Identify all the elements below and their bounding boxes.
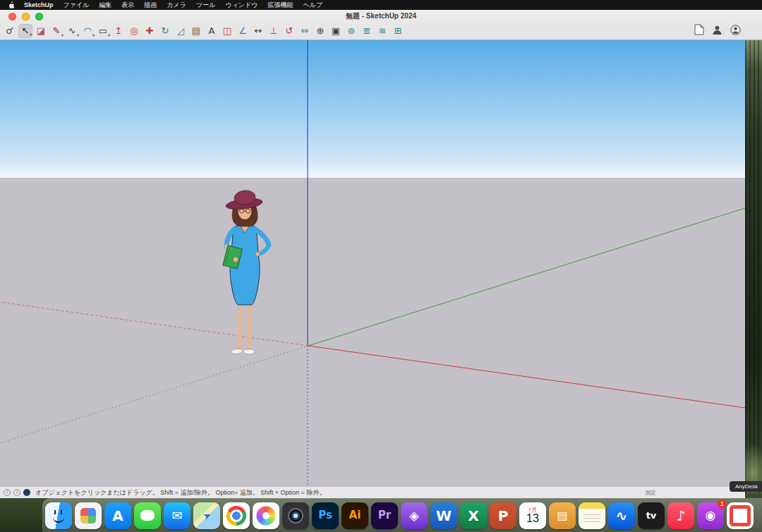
window-header: 無題 - SketchUp 2024 ⚲↖▾◪✎▾∿▾◠▾▭▾↥◎✚↻◿▤A◫∠… bbox=[0, 10, 762, 40]
dropdown-arrow-icon[interactable]: ▾ bbox=[77, 32, 79, 37]
menu-item-描画[interactable]: 描画 bbox=[139, 0, 162, 10]
add-location-tool[interactable]: ⊚ bbox=[344, 24, 358, 38]
dock-excel[interactable]: X bbox=[460, 502, 487, 529]
dock-app-store[interactable]: A bbox=[104, 502, 131, 529]
pan-tool[interactable]: ⇔ bbox=[298, 24, 312, 38]
move-tool[interactable]: ✚ bbox=[143, 24, 157, 38]
text-tool[interactable]: A bbox=[205, 24, 219, 38]
arc-tool[interactable]: ◠▾ bbox=[80, 24, 95, 38]
select-tool[interactable]: ↖▾ bbox=[18, 24, 32, 38]
shapes-icon: ▭ bbox=[99, 26, 107, 35]
model-viewport[interactable] bbox=[0, 40, 745, 486]
new-document-icon[interactable] bbox=[694, 24, 704, 35]
menu-item-ツール[interactable]: ツール bbox=[191, 0, 220, 10]
dock-photoshop[interactable]: Ps bbox=[312, 502, 339, 529]
purple-app-icon: ◈ bbox=[409, 509, 419, 522]
rotate-tool[interactable]: ↻ bbox=[158, 24, 172, 38]
menu-item-ウィンドウ[interactable]: ウィンドウ bbox=[220, 0, 262, 10]
dock-mail[interactable]: ✉ bbox=[164, 502, 190, 529]
offset-icon: ◎ bbox=[130, 26, 138, 35]
menu-item-ヘルプ[interactable]: ヘルプ bbox=[298, 0, 327, 10]
extension-warehouse-tool[interactable]: ⊞ bbox=[391, 24, 405, 38]
menu-item-編集[interactable]: 編集 bbox=[94, 0, 116, 10]
dock-folder-app[interactable]: ▤ bbox=[549, 502, 576, 529]
protractor-tool[interactable]: ∠ bbox=[236, 24, 250, 38]
folder-app-icon: ▤ bbox=[557, 510, 567, 521]
axes-icon: ⊥ bbox=[270, 26, 277, 35]
zoom-extents-tool[interactable]: ▣ bbox=[329, 24, 343, 38]
menu-item-app[interactable]: SketchUp bbox=[19, 0, 59, 10]
close-window-button[interactable] bbox=[8, 13, 16, 20]
dock-shazam[interactable]: ∿ bbox=[608, 502, 635, 529]
measurement-input[interactable] bbox=[660, 488, 739, 497]
dock-anydesk[interactable] bbox=[727, 502, 754, 529]
help-icon[interactable]: ? bbox=[4, 489, 11, 496]
dropdown-arrow-icon[interactable]: ▾ bbox=[61, 32, 64, 37]
toolbar-tools: ⚲↖▾◪✎▾∿▾◠▾▭▾↥◎✚↻◿▤A◫∠↔⊥↺⇔⊕▣⊚≣≋⊞ bbox=[3, 24, 405, 38]
dock-chrome[interactable] bbox=[223, 502, 250, 529]
dock-maps[interactable] bbox=[193, 502, 220, 529]
user-icon[interactable] bbox=[712, 25, 722, 35]
orbit-tool[interactable]: ↺ bbox=[282, 24, 296, 38]
sandbox-icon: ≋ bbox=[379, 26, 387, 35]
scale-tool[interactable]: ◿ bbox=[174, 24, 188, 38]
menu-bar: SketchUpファイル編集表示描画カメラツールウィンドウ拡張機能ヘルプ bbox=[0, 0, 762, 10]
dock-photo-booth[interactable] bbox=[282, 502, 309, 529]
dock-photos[interactable] bbox=[253, 502, 279, 529]
anydesk-tooltip: AnyDesk bbox=[730, 481, 762, 492]
menu-item-表示[interactable]: 表示 bbox=[116, 0, 139, 10]
text-icon: A bbox=[209, 26, 215, 35]
line-icon: ✎ bbox=[53, 26, 61, 35]
dock-notes[interactable] bbox=[579, 502, 605, 529]
dock-music[interactable]: ♪ bbox=[667, 502, 694, 529]
tape-measure-tool[interactable]: ▤ bbox=[189, 24, 203, 38]
account-circle-icon[interactable] bbox=[730, 25, 741, 35]
line-tool[interactable]: ✎▾ bbox=[49, 24, 64, 38]
dock-illustrator[interactable]: Ai bbox=[341, 502, 368, 529]
zoom-window-button[interactable] bbox=[35, 13, 43, 20]
app-store-icon: A bbox=[112, 509, 123, 523]
excel-icon: X bbox=[468, 509, 478, 523]
sandbox-tool[interactable]: ≋ bbox=[375, 24, 389, 38]
person-figure[interactable] bbox=[223, 189, 269, 354]
pan-icon: ⇔ bbox=[301, 26, 309, 35]
photoshop-icon: Ps bbox=[318, 510, 332, 521]
search-tool[interactable]: ⚲ bbox=[3, 24, 17, 38]
section-plane-tool[interactable]: ◫ bbox=[220, 24, 234, 38]
section-plane-icon: ◫ bbox=[223, 26, 231, 35]
drawing-axes bbox=[0, 40, 745, 486]
offset-tool[interactable]: ◎ bbox=[127, 24, 141, 38]
freehand-tool[interactable]: ∿▾ bbox=[65, 24, 79, 38]
dimensions-tool[interactable]: ↔ bbox=[251, 24, 265, 38]
minimize-window-button[interactable] bbox=[22, 13, 30, 20]
pushpull-tool[interactable]: ↥ bbox=[111, 24, 126, 38]
axes-tool[interactable]: ⊥ bbox=[267, 24, 281, 38]
3d-warehouse-tool[interactable]: ≣ bbox=[360, 24, 374, 38]
geolocation-icon[interactable] bbox=[23, 489, 30, 496]
menu-items: SketchUpファイル編集表示描画カメラツールウィンドウ拡張機能ヘルプ bbox=[19, 0, 327, 10]
zoom-tool[interactable]: ⊕ bbox=[313, 24, 327, 38]
dropdown-arrow-icon[interactable]: ▾ bbox=[92, 32, 95, 37]
notification-badge: 1 bbox=[718, 500, 727, 509]
dock-powerpoint[interactable]: P bbox=[490, 502, 516, 529]
shapes-tool[interactable]: ▭▾ bbox=[96, 24, 110, 38]
dock-podcasts[interactable]: ◉1 bbox=[697, 502, 724, 529]
eraser-tool[interactable]: ◪ bbox=[34, 24, 48, 38]
zoom-icon: ⊕ bbox=[317, 26, 325, 35]
dock-launchpad[interactable] bbox=[75, 502, 102, 529]
calendar-day: 13 bbox=[526, 513, 539, 524]
dock-premiere[interactable]: Pr bbox=[371, 502, 398, 529]
dropdown-arrow-icon[interactable]: ▾ bbox=[30, 32, 32, 37]
menu-item-拡張機能[interactable]: 拡張機能 bbox=[262, 0, 298, 10]
dock-word[interactable]: W bbox=[430, 502, 457, 529]
info-icon[interactable]: i bbox=[13, 489, 20, 496]
apple-menu[interactable] bbox=[4, 1, 19, 9]
dropdown-arrow-icon[interactable]: ▾ bbox=[108, 32, 110, 37]
menu-item-ファイル[interactable]: ファイル bbox=[59, 0, 95, 10]
dock-purple-app[interactable]: ◈ bbox=[401, 502, 428, 529]
dock-finder[interactable] bbox=[45, 502, 72, 529]
dock-calendar[interactable]: 7月13 bbox=[519, 502, 546, 529]
dock-messages[interactable] bbox=[134, 502, 161, 529]
menu-item-カメラ[interactable]: カメラ bbox=[162, 0, 191, 10]
dock-apple-tv[interactable]: tv bbox=[638, 502, 665, 529]
